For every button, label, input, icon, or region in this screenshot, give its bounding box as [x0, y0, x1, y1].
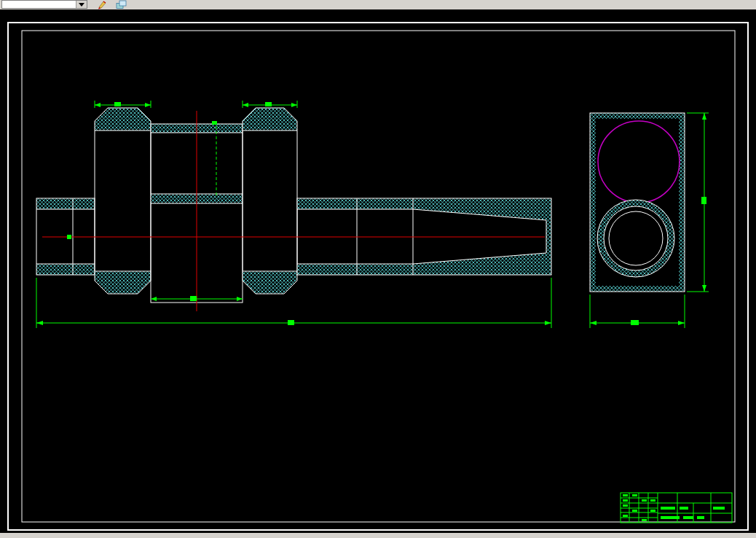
shaft-end-view[interactable]	[590, 113, 685, 292]
dimension-text-mark	[631, 320, 639, 325]
draw-order-icon[interactable]	[97, 0, 110, 9]
layer-sheets-icon[interactable]	[115, 0, 128, 9]
dimension-text-mark	[265, 102, 272, 106]
layer-dropdown[interactable]	[1, 0, 87, 9]
grip-point[interactable]	[67, 235, 71, 239]
dimension-text-mark	[288, 320, 294, 325]
drawing-canvas[interactable]	[0, 0, 756, 538]
dimension-text-mark	[212, 121, 217, 125]
toolbar	[0, 0, 756, 9]
dimension-text-mark	[701, 197, 706, 204]
chevron-down-icon[interactable]	[76, 1, 87, 8]
dimension-text-mark	[114, 102, 121, 106]
bore-section[interactable]	[597, 200, 674, 277]
dimension-text-mark	[190, 296, 197, 301]
